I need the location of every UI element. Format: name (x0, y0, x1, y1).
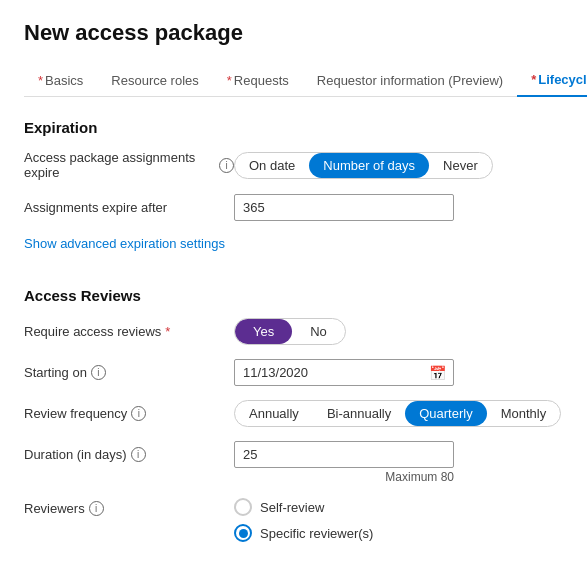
expiration-title: Expiration (24, 119, 563, 136)
expire-after-input[interactable] (234, 194, 454, 221)
tab-requestor-info[interactable]: Requestor information (Preview) (303, 65, 517, 96)
require-access-reviews-control: Yes No (234, 318, 563, 345)
duration-label: Duration (in days) i (24, 441, 234, 462)
require-access-reviews-row: Require access reviews * Yes No (24, 318, 563, 345)
access-reviews-section: Access Reviews Require access reviews * … (24, 287, 563, 542)
freq-biannually-btn[interactable]: Bi-annually (313, 401, 405, 426)
reviewers-info-icon[interactable]: i (89, 501, 104, 516)
page-container: New access package *Basics Resource role… (0, 0, 587, 564)
page-title: New access package (24, 20, 563, 46)
specific-reviewer-label: Specific reviewer(s) (260, 526, 373, 541)
self-review-radio[interactable] (234, 498, 252, 516)
duration-info-icon[interactable]: i (131, 447, 146, 462)
date-input-wrapper: 📅 (234, 359, 454, 386)
yes-btn[interactable]: Yes (235, 319, 292, 344)
reviewers-row: Reviewers i Self-review Specific reviewe… (24, 498, 563, 542)
frequency-info-icon[interactable]: i (131, 406, 146, 421)
freq-quarterly-btn[interactable]: Quarterly (405, 401, 486, 426)
reviewers-label: Reviewers i (24, 498, 234, 516)
review-frequency-row: Review frequency i Annually Bi-annually … (24, 400, 563, 427)
reviewer-radio-group: Self-review Specific reviewer(s) (234, 498, 373, 542)
require-star: * (165, 324, 170, 339)
self-review-label: Self-review (260, 500, 324, 515)
expire-seg-group: On date Number of days Never (234, 152, 493, 179)
expire-after-label: Assignments expire after (24, 200, 234, 215)
advanced-expiration-link[interactable]: Show advanced expiration settings (24, 236, 225, 251)
specific-reviewer-radio[interactable] (234, 524, 252, 542)
tab-lifecycle[interactable]: *Lifecycle (517, 64, 587, 97)
access-reviews-title: Access Reviews (24, 287, 563, 304)
expire-after-control (234, 194, 563, 221)
expiration-section: Expiration Access package assignments ex… (24, 119, 563, 271)
tab-requests[interactable]: *Requests (213, 65, 303, 96)
duration-control: Maximum 80 (234, 441, 563, 484)
starting-on-control: 📅 (234, 359, 563, 386)
no-btn[interactable]: No (292, 319, 345, 344)
specific-reviewer-option[interactable]: Specific reviewer(s) (234, 524, 373, 542)
frequency-seg-group: Annually Bi-annually Quarterly Monthly (234, 400, 561, 427)
required-star-lifecycle: * (531, 72, 536, 87)
required-star-requests: * (227, 73, 232, 88)
review-frequency-control: Annually Bi-annually Quarterly Monthly (234, 400, 563, 427)
assignments-expire-label: Access package assignments expire i (24, 150, 234, 180)
expire-on-date-btn[interactable]: On date (235, 153, 309, 178)
review-frequency-label: Review frequency i (24, 406, 234, 421)
starting-on-label: Starting on i (24, 365, 234, 380)
yes-no-toggle: Yes No (234, 318, 346, 345)
duration-input[interactable] (234, 441, 454, 468)
tab-basics[interactable]: *Basics (24, 65, 97, 96)
max-label: Maximum 80 (234, 470, 454, 484)
starting-on-row: Starting on i 📅 (24, 359, 563, 386)
expire-number-days-btn[interactable]: Number of days (309, 153, 429, 178)
tab-resource-roles[interactable]: Resource roles (97, 65, 212, 96)
tab-bar: *Basics Resource roles *Requests Request… (24, 64, 563, 97)
reviewers-control: Self-review Specific reviewer(s) (234, 498, 563, 542)
starting-on-input[interactable] (234, 359, 454, 386)
expire-after-row: Assignments expire after (24, 194, 563, 221)
duration-row: Duration (in days) i Maximum 80 (24, 441, 563, 484)
required-star: * (38, 73, 43, 88)
assignments-expire-row: Access package assignments expire i On d… (24, 150, 563, 180)
self-review-option[interactable]: Self-review (234, 498, 373, 516)
starting-on-info-icon[interactable]: i (91, 365, 106, 380)
freq-monthly-btn[interactable]: Monthly (487, 401, 561, 426)
assignments-expire-control: On date Number of days Never (234, 152, 563, 179)
require-access-reviews-label: Require access reviews * (24, 324, 234, 339)
freq-annually-btn[interactable]: Annually (235, 401, 313, 426)
expire-never-btn[interactable]: Never (429, 153, 492, 178)
assignments-expire-info-icon[interactable]: i (219, 158, 234, 173)
